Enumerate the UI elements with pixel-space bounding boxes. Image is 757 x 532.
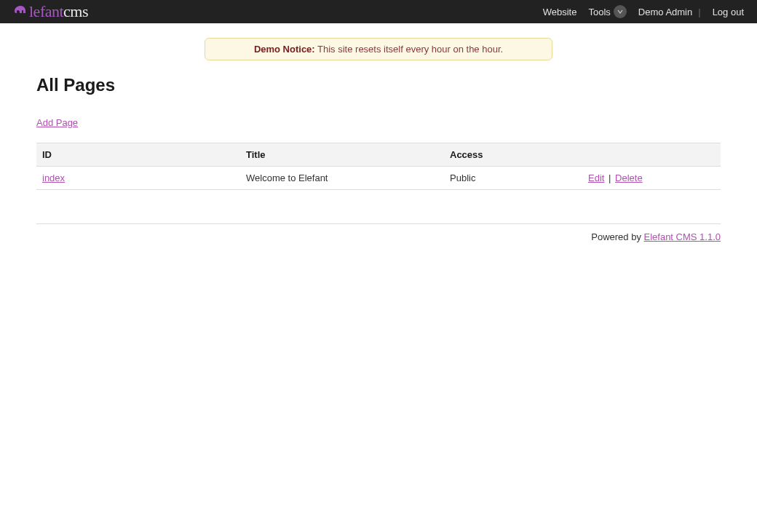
notice-text: This site resets itself every hour on th… (315, 44, 503, 55)
nav-website[interactable]: Website (543, 7, 577, 17)
nav-tools-label: Tools (588, 7, 610, 17)
notice-strong: Demo Notice: (254, 44, 315, 55)
pages-table: ID Title Access index Welcome to Elefant… (36, 143, 721, 190)
elefant-icon (13, 3, 28, 21)
page-access-cell: Public (444, 167, 582, 190)
th-id: ID (36, 143, 240, 167)
topnav: Website Tools Demo Admin | Log out (543, 5, 744, 18)
delete-link[interactable]: Delete (615, 172, 643, 183)
page-title-cell: Welcome to Elefant (240, 167, 444, 190)
th-title: Title (240, 143, 444, 167)
footer-link[interactable]: Elefant CMS 1.1.0 (644, 231, 721, 242)
chevron-down-icon (614, 5, 627, 18)
topbar: lefantcms Website Tools Demo Admin | Log… (0, 0, 757, 23)
nav-tools[interactable]: Tools (588, 5, 626, 18)
th-actions (582, 143, 721, 167)
logo-text-2: cms (63, 2, 88, 21)
edit-link[interactable]: Edit (588, 172, 604, 183)
nav-divider: | (698, 7, 700, 17)
footer-text: Powered by (591, 231, 643, 242)
logo[interactable]: lefantcms (13, 2, 88, 21)
table-header-row: ID Title Access (36, 143, 721, 167)
table-row: index Welcome to Elefant Public Edit | D… (36, 167, 721, 190)
nav-logout[interactable]: Log out (713, 7, 744, 17)
add-page-link[interactable]: Add Page (36, 117, 78, 128)
action-separator: | (609, 172, 611, 183)
th-access: Access (444, 143, 582, 167)
logo-text-1: lefant (29, 2, 63, 21)
demo-notice: Demo Notice: This site resets itself eve… (205, 38, 552, 60)
footer: Powered by Elefant CMS 1.1.0 (36, 223, 721, 242)
page-id-link[interactable]: index (42, 172, 65, 183)
page-title: All Pages (36, 75, 721, 95)
content: Demo Notice: This site resets itself eve… (36, 23, 721, 242)
nav-user[interactable]: Demo Admin (638, 7, 692, 17)
